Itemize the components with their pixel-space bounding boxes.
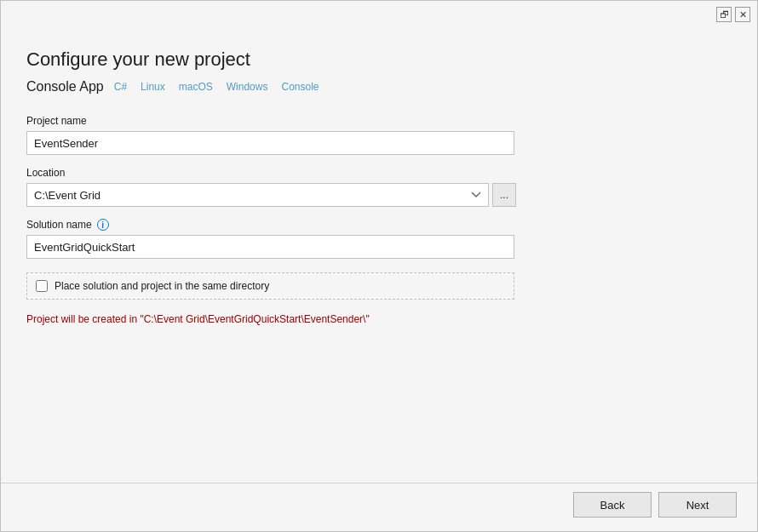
- solution-name-label: Solution name i: [26, 219, 732, 231]
- location-select[interactable]: C:\Event Grid: [26, 183, 489, 207]
- tag-windows: Windows: [223, 80, 272, 94]
- browse-button[interactable]: ...: [492, 183, 516, 207]
- main-content: Configure your new project Console App C…: [1, 28, 757, 483]
- project-path-text: Project will be created in "C:\Event Gri…: [26, 313, 732, 325]
- footer: Back Next: [1, 483, 757, 531]
- restore-button[interactable]: 🗗: [716, 7, 732, 22]
- tag-csharp: C#: [111, 80, 130, 94]
- app-name-label: Console App: [26, 79, 104, 94]
- close-button[interactable]: ✕: [735, 7, 750, 22]
- subtitle-row: Console App C# Linux macOS Windows Conso…: [26, 79, 732, 94]
- window: 🗗 ✕ Configure your new project Console A…: [0, 0, 758, 532]
- project-name-input[interactable]: [26, 131, 514, 155]
- tag-macos: macOS: [175, 80, 216, 94]
- solution-info-icon[interactable]: i: [97, 219, 109, 231]
- next-button[interactable]: Next: [658, 492, 737, 518]
- same-directory-label[interactable]: Place solution and project in the same d…: [55, 280, 269, 292]
- tag-console: Console: [278, 80, 322, 94]
- same-directory-checkbox[interactable]: [36, 280, 48, 292]
- title-bar: 🗗 ✕: [1, 1, 757, 28]
- project-name-group: Project name: [26, 115, 732, 155]
- tag-linux: Linux: [137, 80, 169, 94]
- checkbox-row: Place solution and project in the same d…: [26, 272, 514, 300]
- solution-name-group: Solution name i: [26, 219, 732, 259]
- location-group: Location C:\Event Grid ...: [26, 167, 732, 207]
- location-row: C:\Event Grid ...: [26, 183, 732, 207]
- solution-name-input[interactable]: [26, 235, 514, 259]
- back-button[interactable]: Back: [573, 492, 652, 518]
- title-bar-controls: 🗗 ✕: [716, 7, 750, 22]
- location-label: Location: [26, 167, 732, 179]
- page-title: Configure your new project: [26, 49, 732, 71]
- project-name-label: Project name: [26, 115, 732, 127]
